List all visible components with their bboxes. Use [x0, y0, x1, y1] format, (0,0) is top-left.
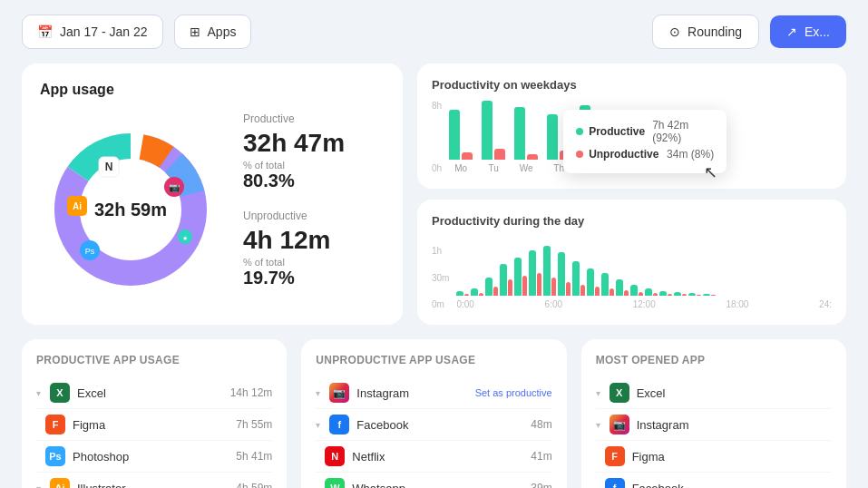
app-name-whatsapp: Whatsapp — [352, 482, 523, 489]
day-bars-wrap: 0:00 6:00 12:00 18:00 24: — [456, 237, 832, 309]
app-usage-panel: App usage N — [22, 63, 403, 325]
unproductive-label: Unproductive — [243, 210, 385, 222]
app-time-ps: 5h 41m — [236, 450, 272, 463]
productive-value: 32h 47m — [243, 129, 385, 158]
time-18: 18:00 — [726, 299, 748, 309]
list-item: Ps Photoshop 5h 41m — [36, 441, 272, 473]
day-y-30m: 30m — [432, 273, 449, 283]
mo-red-bar — [462, 152, 473, 160]
productive-label: Productive — [243, 112, 385, 125]
ai-icon: Ai — [50, 478, 70, 488]
whatsapp-icon: W — [325, 478, 345, 488]
apps-filter-button[interactable]: ⊞ Apps — [174, 15, 252, 49]
tu-red-bar — [494, 149, 505, 160]
export-button[interactable]: ↗ Ex... — [770, 15, 846, 48]
most-app-figma: Figma — [632, 450, 832, 464]
donut-chart: N 📷 Ps Ai ★ 32h 59m — [40, 119, 221, 300]
app-name-figma: Figma — [73, 418, 229, 432]
date-range-button[interactable]: 📅 Jan 17 - Jan 22 — [22, 15, 163, 49]
weekday-chart-title: Productivity on weekdays — [432, 78, 832, 92]
list-item: f Facebook — [596, 473, 832, 488]
chevron-down-icon: ▾ — [36, 388, 41, 398]
bottom-panels: Productive app usage ▾ X Excel 14h 12m F… — [0, 339, 868, 488]
cursor-icon: ↖ — [704, 162, 717, 182]
app-time-whatsapp: 39m — [531, 482, 551, 488]
list-item: ▾ X Excel — [596, 377, 832, 409]
weekday-bars: Mo Tu Productiv — [449, 101, 832, 173]
time-12: 12:00 — [633, 299, 656, 309]
app-name-ai: Illustrator — [77, 482, 229, 489]
chevron-down-icon: ▾ — [316, 420, 320, 430]
list-item: ▾ 📷 Instagram — [596, 409, 832, 441]
ps-icon: Ps — [45, 446, 65, 466]
th-green-bar — [547, 114, 558, 160]
app-time-excel: 14h 12m — [230, 386, 273, 399]
day-chart-card: Productivity during the day 1h 30m 0m — [417, 200, 846, 325]
list-item: N Netflix 41m — [316, 441, 551, 473]
top-bar: 📅 Jan 17 - Jan 22 ⊞ Apps ⊙ Rounding ↗ Ex… — [0, 0, 868, 63]
app-usage-title: App usage — [40, 82, 385, 98]
main-content: App usage N — [0, 63, 868, 339]
list-item: ▾ 📷 Instagram Set as productive — [316, 377, 551, 409]
list-item: ▾ X Excel 14h 12m — [36, 377, 272, 409]
svg-text:★: ★ — [182, 235, 188, 241]
productive-pct: 80.3% — [243, 171, 385, 191]
app-time-facebook: 48m — [531, 418, 551, 431]
instagram-icon: 📷 — [329, 383, 349, 403]
tooltip-unproductive-dot — [576, 151, 583, 158]
list-item: ▾ Ai Illustrator 4h 59m — [36, 473, 272, 488]
figma-icon: F — [45, 415, 65, 434]
y-label-8h: 8h — [432, 101, 442, 111]
netflix-icon: N — [325, 446, 345, 466]
bar-group-we: We — [514, 107, 538, 173]
unproductive-pct-label: % of total — [243, 257, 385, 268]
facebook-icon: f — [329, 415, 349, 434]
tooltip-productive-dot — [576, 128, 583, 135]
instagram-icon-2: 📷 — [610, 415, 629, 434]
tu-green-bar — [482, 101, 493, 160]
app-name-ps: Photoshop — [73, 450, 229, 464]
unproductive-apps-card: Unproductive app usage ▾ 📷 Instagram Set… — [301, 339, 566, 488]
tooltip-productive-label: Productive — [589, 125, 645, 138]
app-time-netflix: 41m — [531, 450, 551, 463]
most-opened-card: Most opened app ▾ X Excel ▾ 📷 Instagram … — [581, 339, 846, 488]
unproductive-stat: Unproductive 4h 12m % of total 19.7% — [243, 210, 385, 288]
excel-icon: X — [50, 383, 70, 403]
date-range-label: Jan 17 - Jan 22 — [60, 24, 148, 39]
chevron-down-icon: ▾ — [596, 420, 600, 430]
time-0: 0:00 — [456, 299, 473, 309]
rounding-button[interactable]: ⊙ Rounding — [652, 15, 759, 49]
chevron-down-icon: ▾ — [596, 388, 600, 398]
list-item: W Whatsapp 39m — [316, 473, 551, 488]
chevron-down-icon: ▾ — [316, 388, 320, 398]
weekday-chart-card: Productivity on weekdays 8h 0h Mo — [417, 63, 846, 189]
most-app-excel: Excel — [637, 386, 832, 400]
chevron-down-icon: ▾ — [36, 483, 41, 489]
svg-text:Ps: Ps — [85, 247, 95, 256]
productive-stat: Productive 32h 47m % of total 80.3% — [243, 112, 385, 191]
tooltip-unproductive-label: Unproductive — [589, 148, 658, 161]
y-label-0h: 0h — [432, 163, 442, 173]
day-chart-title: Productivity during the day — [432, 214, 832, 228]
day-bars — [456, 237, 832, 296]
list-item: ▾ f Facebook 48m — [316, 409, 551, 441]
list-item: F Figma 7h 55m — [36, 409, 272, 441]
rounding-label: Rounding — [688, 24, 742, 39]
most-opened-title: Most opened app — [596, 354, 832, 366]
apps-label: Apps — [208, 24, 237, 39]
app-name-excel: Excel — [77, 386, 223, 400]
export-icon: ↗ — [786, 24, 797, 39]
day-chart-container: 1h 30m 0m — [432, 237, 832, 309]
app-time-figma: 7h 55m — [236, 418, 272, 431]
app-name-instagram: Instagram — [356, 386, 467, 400]
weekday-tooltip: Productive 7h 42m (92%) Unproductive 34m… — [563, 110, 727, 173]
bar-group-tu: Tu Productive 7h 42m (92%) — [482, 101, 505, 173]
donut-center-time: 32h 59m — [94, 200, 167, 220]
day-y-0m: 0m — [432, 299, 449, 309]
productive-pct-label: % of total — [243, 160, 385, 171]
donut-section: N 📷 Ps Ai ★ 32h 59m P — [40, 112, 385, 307]
unproductive-pct: 19.7% — [243, 268, 385, 288]
facebook-icon-2: f — [605, 478, 625, 488]
we-red-bar — [527, 154, 538, 160]
set-as-productive-button[interactable]: Set as productive — [475, 387, 552, 398]
